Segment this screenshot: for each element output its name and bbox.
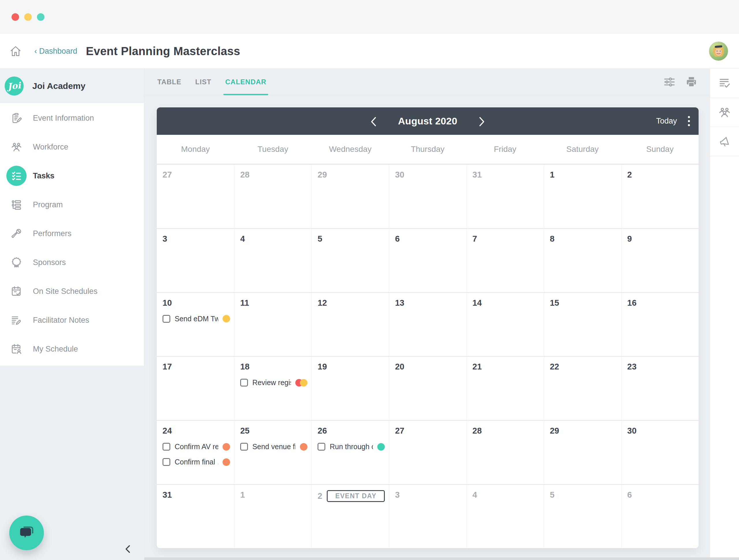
tab-calendar[interactable]: CALENDAR (225, 69, 267, 95)
date-number: 27 (395, 426, 404, 436)
task-item[interactable]: Confirm AV re… (162, 442, 230, 451)
tab-list[interactable]: LIST (195, 69, 211, 95)
zoom-light[interactable] (37, 13, 44, 21)
calendar-cell[interactable]: 19 (311, 357, 389, 420)
task-item[interactable]: Confirm final … (162, 458, 230, 466)
calendar-cell[interactable]: 26Run through o… (311, 421, 389, 484)
calendar-cell[interactable]: 3 (157, 229, 234, 292)
calendar-cell[interactable]: 1 (544, 165, 621, 228)
sidebar-item-performers[interactable]: Performers (0, 219, 144, 248)
calendar-cell[interactable]: 5 (311, 229, 389, 292)
weekday-label: Saturday (544, 145, 621, 154)
main-layout: Joi Joi Academy Event InformationWorkfor… (0, 69, 739, 560)
window-controls[interactable] (12, 13, 44, 21)
sidebar-item-label: Program (33, 200, 63, 209)
today-button[interactable]: Today (656, 117, 677, 126)
calendar-cell[interactable]: 27 (157, 165, 234, 228)
calendar-cell[interactable]: 27 (389, 421, 466, 484)
close-light[interactable] (12, 13, 19, 21)
sidebar-item-facilitator-notes[interactable]: Facilitator Notes (0, 306, 144, 334)
calendar-cell[interactable]: 12 (311, 293, 389, 356)
calendar-cell[interactable]: 21 (466, 357, 544, 420)
calendar-cell[interactable]: 6 (389, 229, 466, 292)
task-checkbox[interactable] (162, 315, 170, 323)
task-checkbox[interactable] (317, 443, 325, 451)
task-item[interactable]: Send venue fi… (240, 442, 307, 451)
calendar-cell[interactable]: 8 (544, 229, 621, 292)
calendar-cell[interactable]: 18Review regis… (234, 357, 311, 420)
calendar-cell[interactable]: 25Send venue fi… (234, 421, 311, 484)
sidebar-item-program[interactable]: Program (0, 190, 144, 219)
minimize-light[interactable] (24, 13, 32, 21)
task-checkbox[interactable] (162, 458, 170, 466)
calendar-cell[interactable]: 31 (466, 165, 544, 228)
calendar-cell[interactable]: 30 (389, 165, 466, 228)
calendar-cell[interactable]: 13 (389, 293, 466, 356)
calendar-cell[interactable]: 28 (234, 165, 311, 228)
calendar-cell[interactable]: 2EVENT DAY (311, 485, 389, 548)
org-logo-text: Joi (7, 80, 21, 92)
home-icon[interactable] (10, 45, 22, 57)
date-number: 30 (395, 170, 404, 179)
calendar-cell[interactable]: 9 (621, 229, 699, 292)
kebab-menu-icon[interactable] (687, 115, 691, 127)
task-item[interactable]: Run through o… (317, 442, 385, 451)
calendar-cell[interactable]: 29 (311, 165, 389, 228)
calendar-cell[interactable]: 31 (157, 485, 234, 548)
sidebar-item-event-information[interactable]: Event Information (0, 104, 144, 133)
calendar-cell[interactable]: 11 (234, 293, 311, 356)
calendar-cell[interactable]: 3 (389, 485, 466, 548)
calendar-cell[interactable]: 20 (389, 357, 466, 420)
calendar-cell[interactable]: 1 (234, 485, 311, 548)
date-number: 11 (240, 298, 249, 308)
calendar-cell[interactable]: 6 (621, 485, 699, 548)
calendar-cell[interactable]: 2 (621, 165, 699, 228)
calendar-cell[interactable]: 30 (621, 421, 699, 484)
calendar-cell[interactable]: 24Confirm AV re…Confirm final … (157, 421, 234, 484)
sidebar-item-tasks[interactable]: Tasks (0, 161, 144, 190)
printer-icon[interactable] (685, 75, 698, 89)
calendar-cell[interactable]: 10Send eDM Two (157, 293, 234, 356)
date-number: 5 (550, 490, 555, 500)
calendar-cell[interactable]: 4 (466, 485, 544, 548)
rail-button-megaphone-icon[interactable] (710, 127, 739, 156)
calendar-cell[interactable]: 16 (621, 293, 699, 356)
prev-month-button[interactable] (370, 116, 377, 126)
calendar-cell[interactable]: 7 (466, 229, 544, 292)
checklist-icon (6, 166, 26, 186)
calendar-cell[interactable]: 15 (544, 293, 621, 356)
sidebar-collapse-button[interactable] (123, 543, 133, 555)
task-item[interactable]: Send eDM Two (162, 315, 230, 323)
sidebar-item-on-site-schedules[interactable]: On Site Schedules (0, 277, 144, 306)
calendar-cell[interactable]: 17 (157, 357, 234, 420)
calendar-cell[interactable]: 22 (544, 357, 621, 420)
org-row[interactable]: Joi Joi Academy (0, 69, 144, 103)
task-checkbox[interactable] (162, 443, 170, 451)
sidebar-item-workforce[interactable]: Workforce (0, 133, 144, 161)
calendar-cell[interactable]: 4 (234, 229, 311, 292)
calendar-header: August 2020 Today (157, 107, 699, 135)
tab-table[interactable]: TABLE (157, 69, 181, 95)
avatar[interactable] (709, 41, 728, 60)
task-item[interactable]: Review regis… (240, 379, 307, 387)
rail-button-people-icon[interactable] (710, 98, 739, 127)
breadcrumb[interactable]: ‹ Dashboard (34, 47, 78, 56)
calendar-cell[interactable]: 14 (466, 293, 544, 356)
rail-button-tasks-check-icon[interactable] (710, 69, 739, 98)
task-label: Review regis… (252, 379, 291, 387)
sidebar-item-my-schedule[interactable]: My Schedule (0, 334, 144, 364)
calendar-cell[interactable]: 28 (466, 421, 544, 484)
calendar-cell[interactable]: 5 (544, 485, 621, 548)
calendar-cell[interactable]: 23 (621, 357, 699, 420)
date-number: 6 (627, 490, 632, 500)
calendar-cell[interactable]: 29 (544, 421, 621, 484)
task-checkbox[interactable] (240, 379, 248, 387)
filter-sliders-icon[interactable] (663, 75, 676, 89)
sidebar-item-sponsors[interactable]: Sponsors (0, 248, 144, 277)
sidebar-item-label: Tasks (33, 171, 54, 180)
task-label: Confirm final … (175, 458, 218, 466)
chat-launcher-button[interactable] (9, 516, 44, 550)
next-month-button[interactable] (478, 116, 485, 126)
view-tabbar: TABLELISTCALENDAR (144, 69, 710, 95)
task-checkbox[interactable] (240, 443, 248, 451)
